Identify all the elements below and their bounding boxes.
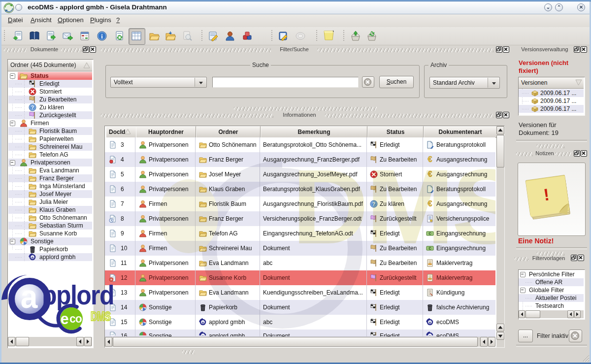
svg-text:a: a — [202, 320, 204, 325]
svg-text:€: € — [429, 232, 431, 235]
svg-text:a: a — [202, 333, 204, 335]
svg-text:a: a — [429, 320, 431, 325]
svg-text:€: € — [428, 200, 432, 208]
svg-text:€: € — [429, 247, 431, 250]
svg-text:?: ? — [31, 104, 34, 110]
svg-text:e: e — [60, 310, 68, 328]
svg-text:?: ? — [372, 201, 375, 207]
svg-text:€: € — [428, 156, 432, 164]
svg-text:DMS: DMS — [91, 309, 111, 324]
svg-text:i: i — [101, 33, 103, 40]
svg-text:a: a — [21, 278, 38, 315]
svg-text:a: a — [32, 255, 34, 260]
svg-text:co: co — [69, 312, 82, 325]
svg-text:pplord: pplord — [42, 279, 114, 310]
svg-text:a: a — [429, 333, 431, 335]
svg-text:€: € — [428, 170, 432, 178]
